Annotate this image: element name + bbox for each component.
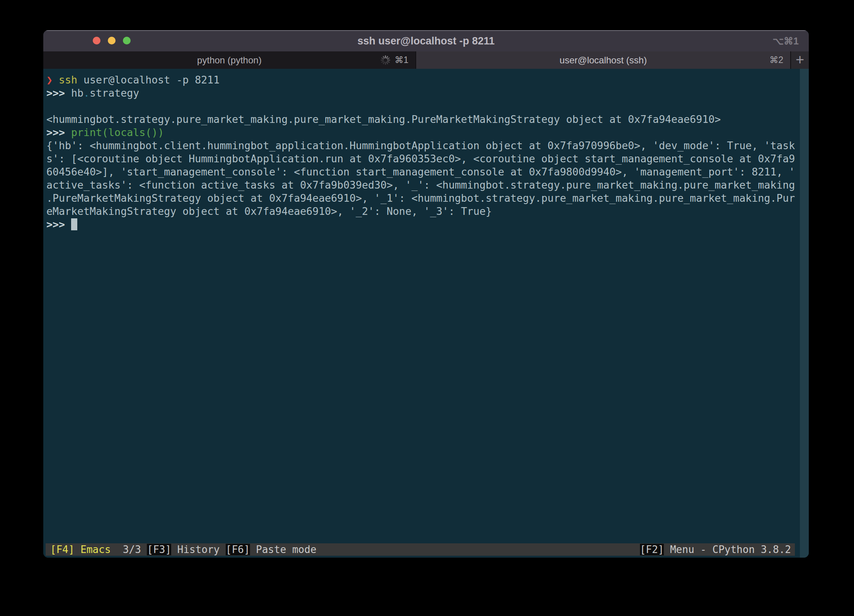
terminal-text-segment: <hummingbot.strategy.pure_market_making.… [46, 113, 721, 125]
terminal-text-segment: active_tasks': <function active_tasks at… [46, 179, 795, 191]
terminal-line: >>> [46, 218, 797, 231]
titlebar[interactable]: ssh user@localhost -p 8211 ⌥⌘1 [43, 30, 809, 51]
status-segment: Menu - CPython 3.8.2 [664, 544, 791, 555]
terminal-text-segment: >>> [46, 218, 71, 230]
terminal-text-segment: print(locals()) [71, 126, 164, 138]
terminal-text-segment: eMarketMakingStrategy object at 0x7fa94e… [46, 205, 492, 217]
terminal-text-segment: strategy [90, 87, 139, 99]
scrollbar[interactable] [800, 69, 809, 558]
terminal-line: >>> hb.strategy [46, 87, 797, 100]
terminal-text-segment: s': [<coroutine object HummingbotApplica… [46, 153, 795, 165]
tab-bar: python (python) [43, 51, 809, 69]
terminal-line: active_tasks': <function active_tasks at… [46, 179, 797, 192]
terminal-text-segment: .PureMarketMakingStrategy object at 0x7f… [46, 192, 795, 204]
status-segment: Paste mode [250, 544, 316, 555]
terminal-line: {'hb': <hummingbot.client.hummingbot_app… [46, 139, 797, 152]
terminal-line: eMarketMakingStrategy object at 0x7fa94e… [46, 205, 797, 218]
terminal-line: 60456e40>], 'start_management_console': … [46, 165, 797, 179]
terminal-output: ❯ ssh user@localhost -p 8211>>> hb.strat… [46, 73, 797, 231]
status-segment: 3/3 [123, 544, 141, 555]
tab-python-shortcut: ⌘1 [395, 55, 408, 65]
terminal-text-segment: >>> [46, 87, 71, 99]
tab-ssh[interactable]: user@localhost (ssh) ⌘2 [416, 51, 791, 69]
terminal-text-segment: ssh [59, 74, 77, 86]
terminal-text-segment: {'hb': <hummingbot.client.hummingbot_app… [46, 140, 795, 151]
terminal-line: s': [<coroutine object HummingbotApplica… [46, 152, 797, 165]
status-segment: History [171, 544, 226, 555]
terminal-text-segment: hb [71, 87, 83, 99]
terminal-text-segment: ❯ [46, 74, 53, 86]
terminal-text-segment: >>> [46, 126, 71, 138]
terminal-text-segment: user@localhost -p 8211 [77, 74, 219, 86]
window-title: ssh user@localhost -p 8211 [43, 30, 809, 51]
status-left: [F4] Emacs 3/3 [F3] History [F6] Paste m… [50, 543, 316, 556]
terminal-line: ❯ ssh user@localhost -p 8211 [46, 73, 797, 87]
new-tab-button[interactable]: + [791, 51, 809, 69]
terminal-line: >>> print(locals()) [46, 126, 797, 139]
terminal-line: .PureMarketMakingStrategy object at 0x7f… [46, 192, 797, 205]
status-bar: [F4] Emacs 3/3 [F3] History [F6] Paste m… [46, 543, 795, 556]
busy-spinner-icon [380, 55, 391, 65]
window-shortcut-hint: ⌥⌘1 [772, 30, 799, 51]
status-segment: [F4] Emacs [50, 544, 111, 555]
terminal-line: <hummingbot.strategy.pure_market_making.… [46, 113, 797, 126]
terminal-line [46, 100, 797, 113]
terminal-screen[interactable]: ❯ ssh user@localhost -p 8211>>> hb.strat… [43, 69, 809, 558]
terminal-text-segment [53, 74, 59, 86]
status-right: [F2] Menu - CPython 3.8.2 [640, 543, 791, 556]
terminal-text-segment: 60456e40>], 'start_management_console': … [46, 166, 795, 178]
status-segment [111, 544, 123, 555]
status-segment: [F2] [640, 544, 664, 555]
tab-python[interactable]: python (python) [43, 51, 416, 69]
tab-ssh-label: user@localhost (ssh) [416, 51, 790, 69]
tab-ssh-shortcut: ⌘2 [769, 55, 783, 65]
status-segment [141, 544, 147, 555]
status-segment: [F3] [147, 544, 171, 555]
plus-icon: + [796, 52, 804, 67]
tab-python-label: python (python) [43, 51, 415, 69]
terminal-text-segment: . [83, 87, 90, 99]
status-segment: [F6] [226, 544, 250, 555]
text-cursor [71, 218, 77, 230]
terminal-window: ssh user@localhost -p 8211 ⌥⌘1 python (p… [43, 30, 809, 558]
